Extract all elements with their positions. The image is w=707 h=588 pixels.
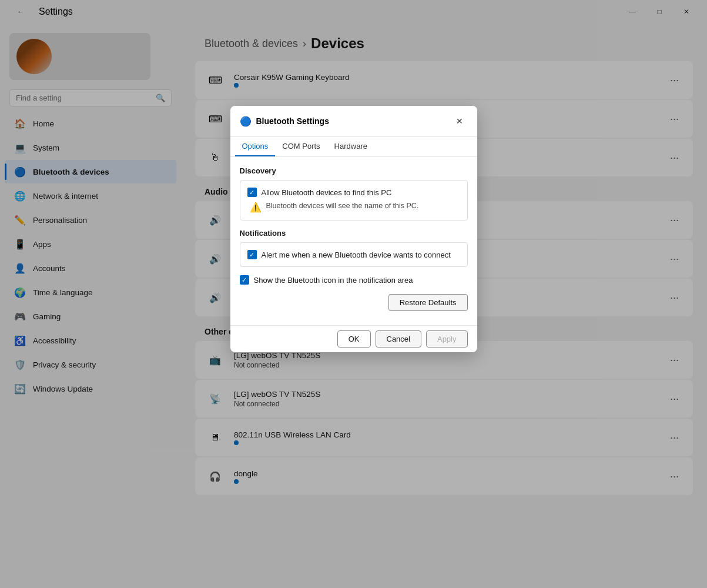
alert-checkbox-row: ✓ Alert me when a new Bluetooth device w… [247, 250, 460, 259]
check-icon: ✓ [249, 189, 254, 196]
dialog-body: Discovery ✓ Allow Bluetooth devices to f… [230, 157, 477, 325]
allow-discovery-label: Allow Bluetooth devices to find this PC [262, 188, 392, 197]
cancel-button[interactable]: Cancel [376, 330, 421, 348]
apply-button[interactable]: Apply [426, 330, 468, 348]
notifications-section: ✓ Alert me when a new Bluetooth device w… [240, 242, 468, 267]
check-icon-2: ✓ [249, 252, 254, 258]
show-icon-row: ✓ Show the Bluetooth icon in the notific… [240, 275, 468, 285]
show-icon-checkbox[interactable]: ✓ [240, 275, 249, 285]
dialog-footer: OK Cancel Apply [230, 325, 477, 352]
dialog-title: Bluetooth Settings [256, 116, 447, 126]
alert-label: Alert me when a new Bluetooth device wan… [262, 250, 451, 259]
discovery-section: ✓ Allow Bluetooth devices to find this P… [240, 180, 468, 220]
check-icon-3: ✓ [242, 277, 247, 283]
warning-icon: ⚠️ [250, 202, 262, 213]
modal-overlay: 🔵 Bluetooth Settings ✕ Options COM Ports… [0, 0, 707, 588]
bluetooth-settings-dialog: 🔵 Bluetooth Settings ✕ Options COM Ports… [230, 106, 477, 352]
tab-options[interactable]: Options [235, 137, 276, 156]
allow-discovery-row: ✓ Allow Bluetooth devices to find this P… [247, 188, 460, 197]
alert-checkbox[interactable]: ✓ [247, 250, 257, 259]
ok-button[interactable]: OK [337, 330, 371, 348]
discovery-label: Discovery [240, 166, 468, 175]
warning-row: ⚠️ Bluetooth devices will see the name o… [250, 202, 460, 213]
warning-text: Bluetooth devices will see the name of t… [266, 202, 419, 210]
tab-com-ports[interactable]: COM Ports [275, 137, 327, 156]
allow-discovery-checkbox[interactable]: ✓ [247, 188, 257, 197]
dialog-header: 🔵 Bluetooth Settings ✕ [230, 106, 477, 137]
bluetooth-icon: 🔵 [240, 116, 252, 127]
restore-defaults-button[interactable]: Restore Defaults [388, 294, 468, 311]
show-icon-label: Show the Bluetooth icon in the notificat… [254, 276, 413, 285]
tab-hardware[interactable]: Hardware [327, 137, 374, 156]
dialog-tabs: Options COM Ports Hardware [230, 137, 477, 157]
dialog-close-button[interactable]: ✕ [451, 113, 468, 129]
notifications-label: Notifications [240, 229, 468, 238]
